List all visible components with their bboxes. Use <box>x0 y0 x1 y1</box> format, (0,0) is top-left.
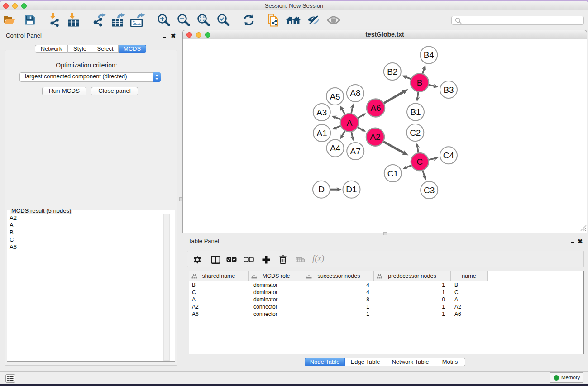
svg-text:A6: A6 <box>370 103 381 113</box>
svg-text:D: D <box>318 185 325 194</box>
svg-text:C2: C2 <box>410 128 421 138</box>
svg-text:A5: A5 <box>330 92 340 101</box>
svg-text:A7: A7 <box>350 147 361 156</box>
svg-text:D1: D1 <box>346 185 357 194</box>
svg-text:B4: B4 <box>424 50 435 60</box>
svg-text:A2: A2 <box>370 132 380 142</box>
svg-text:C1: C1 <box>387 169 398 178</box>
svg-text:C: C <box>416 157 423 167</box>
svg-text:A4: A4 <box>330 143 341 153</box>
svg-text:B: B <box>417 78 423 87</box>
svg-text:A8: A8 <box>350 88 360 98</box>
svg-text:B3: B3 <box>443 85 454 95</box>
svg-text:A1: A1 <box>317 129 327 138</box>
svg-text:C3: C3 <box>424 186 435 195</box>
svg-text:A: A <box>347 118 353 128</box>
svg-text:B1: B1 <box>410 107 421 117</box>
svg-text:B2: B2 <box>387 67 397 76</box>
svg-text:A3: A3 <box>316 108 327 117</box>
svg-text:C4: C4 <box>443 151 454 160</box>
